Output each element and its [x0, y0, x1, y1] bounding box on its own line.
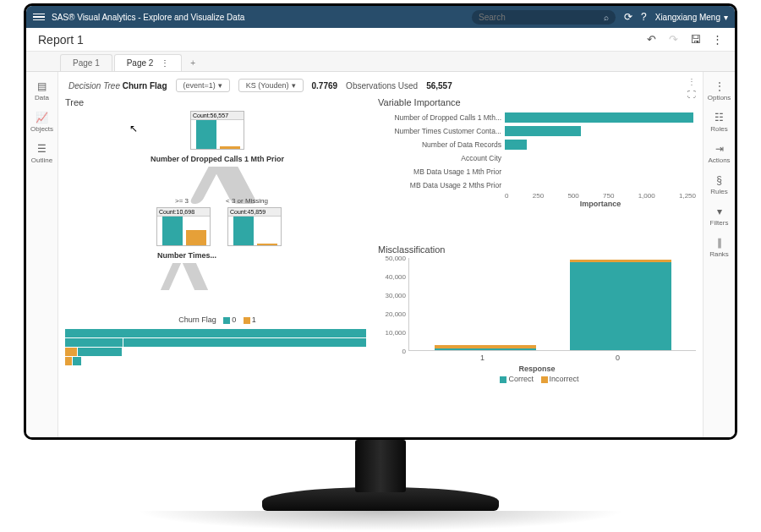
node-bar-0 [162, 217, 183, 245]
save-button[interactable]: 🖫 [686, 30, 704, 49]
mc-category-label: 0 [616, 354, 620, 362]
misclass-chart[interactable]: 50,00040,00030,00020,00010,000010 [408, 258, 696, 351]
mc-ylabel: 50,000 [379, 255, 406, 262]
search-input[interactable] [479, 13, 563, 22]
vi-row[interactable]: Number of Data Records [378, 138, 696, 151]
menu-icon[interactable] [33, 14, 45, 21]
nav-data[interactable]: ▤Data [26, 75, 57, 107]
left-split-label: Number Times... [146, 251, 227, 260]
more-button[interactable]: ⋮ [708, 30, 726, 49]
edge-rule-left: >= 3 [175, 197, 189, 205]
legend-swatch-0 [223, 317, 230, 324]
redo-button[interactable]: ↷ [664, 30, 682, 49]
search-icon[interactable]: ⌕ [604, 13, 609, 22]
tree-title: Tree [65, 97, 370, 107]
app-title: SAS® Visual Analytics - Explore and Visu… [52, 13, 244, 22]
misclass-legend: Correct Incorrect [378, 375, 696, 383]
search-box[interactable]: ⌕ [472, 10, 616, 25]
node-bar-1 [220, 146, 240, 149]
help-icon[interactable]: ? [641, 11, 647, 23]
vi-label: MB Data Usage 2 Mths Prior [378, 181, 505, 189]
tab-page1[interactable]: Page 1 [60, 54, 112, 71]
user-menu[interactable]: Xiangxiang Meng ▾ [655, 13, 728, 22]
vi-row[interactable]: Number Times Customer Conta... [378, 124, 696, 138]
tree-legend: Churn Flag 0 1 [65, 315, 370, 324]
node-count: Count:56,557 [191, 112, 244, 120]
tree-node-root[interactable]: Count:56,557 [190, 111, 244, 150]
vi-xlabel: Importance [505, 200, 696, 208]
object-menu-icon[interactable]: ⋮ [687, 77, 696, 86]
tree-edge [161, 263, 181, 290]
vi-row[interactable]: Account City [378, 151, 696, 165]
nav-outline[interactable]: ☰Outline [26, 138, 57, 169]
monitor-reflection [135, 511, 626, 531]
node-bar-0 [233, 217, 254, 245]
mc-ylabel: 30,000 [379, 292, 406, 299]
nav-roles[interactable]: ☷Roles [704, 107, 735, 138]
mc-ylabel: 20,000 [379, 310, 406, 318]
monitor-stand-neck [355, 440, 406, 492]
event-selector[interactable]: (event=1)▾ [176, 79, 230, 92]
mc-bar-incorrect [570, 260, 671, 262]
node-bar-0 [196, 120, 216, 149]
mc-bar-correct [435, 348, 536, 350]
mc-bar-incorrect [435, 345, 536, 348]
model-header: Decision Tree Churn Flag (event=1)▾ KS (… [65, 77, 696, 97]
node-bar-1 [186, 230, 206, 245]
observations-value: 56,557 [426, 81, 452, 90]
mc-ylabel: 40,000 [379, 273, 406, 281]
vi-label: Number of Dropped Calls 1 Mth... [378, 113, 505, 122]
actions-icon: ⇥ [704, 143, 735, 155]
nav-ranks[interactable]: ∥Ranks [704, 232, 735, 263]
roles-icon: ☷ [704, 112, 735, 123]
misclass-panel: Misclassification 50,00040,00030,00020,0… [378, 244, 696, 432]
nav-actions[interactable]: ⇥Actions [704, 138, 735, 169]
undo-button[interactable]: ↶ [642, 30, 660, 49]
tree-diagram[interactable]: Count:56,557 Number of Dropped Calls 1 M… [65, 111, 370, 314]
icicle-map[interactable] [65, 329, 370, 366]
refresh-icon[interactable]: ⟳ [624, 11, 632, 23]
var-importance-title: Variable Importance [378, 97, 696, 107]
vi-label: MB Data Usage 1 Mth Prior [378, 167, 505, 176]
nav-options[interactable]: ⋮Options [704, 75, 735, 107]
misclass-xlabel: Response [378, 365, 696, 373]
tab-page2-menu[interactable]: ⋮ [161, 58, 169, 68]
tree-node-left[interactable]: Count:10,698 [156, 207, 211, 246]
nav-objects[interactable]: 📈Objects [26, 107, 57, 138]
vi-row[interactable]: MB Data Usage 2 Mths Prior [378, 178, 696, 192]
edge-rule-right: < 3 or Missing [226, 197, 268, 205]
vi-label: Account City [378, 154, 505, 162]
mc-bar-correct [570, 262, 671, 350]
legend-swatch-1 [244, 317, 250, 324]
vi-row[interactable]: Number of Dropped Calls 1 Mth... [378, 111, 696, 124]
filters-icon: ▾ [704, 206, 735, 217]
vi-bar [505, 112, 693, 123]
object-corner-tools: ⋮ ⛶ [687, 77, 696, 99]
add-page-button[interactable]: + [183, 55, 202, 71]
monitor-screen: SAS® Visual Analytics - Explore and Visu… [24, 3, 737, 440]
app-header: SAS® Visual Analytics - Explore and Visu… [26, 6, 735, 28]
work-area: ▤Data 📈Objects ☰Outline ⋮ ⛶ Decision Tre… [26, 72, 735, 437]
legend-swatch-incorrect [541, 376, 548, 383]
report-title: Report 1 [38, 33, 84, 47]
outline-icon: ☰ [26, 143, 57, 155]
model-type: Decision Tree [68, 81, 120, 90]
tree-node-right[interactable]: Count:45,859 [227, 207, 282, 246]
nav-filters[interactable]: ▾Filters [704, 200, 735, 232]
var-importance-chart[interactable]: Number of Dropped Calls 1 Mth...Number T… [378, 111, 696, 238]
root-split-label: Number of Dropped Calls 1 Mth Prior [133, 155, 302, 163]
vi-bar [505, 140, 527, 150]
metric-selector[interactable]: KS (Youden)▾ [238, 79, 304, 92]
page-tabs: Page 1 Page 2 ⋮ + [26, 52, 735, 72]
maximize-icon[interactable]: ⛶ [687, 90, 696, 99]
node-bar-1 [257, 244, 277, 245]
tab-page2[interactable]: Page 2 ⋮ [114, 54, 182, 71]
vi-row[interactable]: MB Data Usage 1 Mth Prior [378, 165, 696, 178]
chevron-down-icon: ▾ [292, 81, 296, 90]
nav-rules[interactable]: §Rules [704, 169, 735, 200]
vi-axis: 02505007501,0001,250 [505, 192, 696, 200]
legend-swatch-correct [500, 376, 506, 383]
node-count: Count:10,698 [157, 208, 210, 217]
user-name: Xiangxiang Meng [655, 13, 720, 22]
rules-icon: § [704, 174, 735, 186]
